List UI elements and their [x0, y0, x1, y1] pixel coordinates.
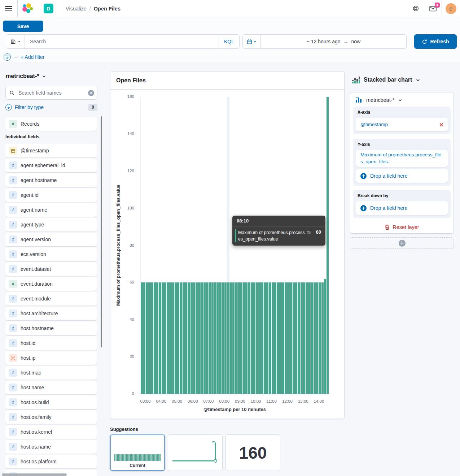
bar[interactable]	[198, 282, 200, 394]
field-item[interactable]: thost.os.build	[5, 395, 97, 409]
bar[interactable]	[146, 282, 148, 394]
bar[interactable]	[154, 282, 156, 394]
bar[interactable]	[261, 282, 263, 394]
space-switcher[interactable]: D	[38, 0, 58, 17]
remove-dimension-icon[interactable]	[439, 123, 443, 127]
saved-query-menu-button[interactable]	[6, 35, 25, 48]
bar[interactable]	[164, 282, 166, 394]
bar[interactable]	[306, 282, 308, 394]
field-item[interactable]: tagent.hostname	[5, 173, 97, 187]
bar[interactable]	[321, 282, 324, 394]
suggestion-line-chart[interactable]	[168, 434, 223, 471]
bar[interactable]	[167, 282, 169, 394]
clear-search-button[interactable]	[88, 90, 94, 96]
bar[interactable]	[177, 282, 179, 394]
bar[interactable]	[319, 282, 321, 394]
field-item[interactable]: tevent.module	[5, 292, 97, 306]
bar[interactable]	[224, 282, 227, 394]
bar[interactable]	[290, 282, 292, 394]
bar[interactable]	[196, 282, 198, 394]
bar[interactable]	[245, 282, 247, 394]
bar[interactable]	[172, 282, 174, 394]
bar[interactable]	[264, 282, 266, 394]
bar[interactable]	[227, 282, 229, 394]
field-item[interactable]: thost.architecture	[5, 307, 97, 320]
field-item[interactable]: thost.name	[5, 381, 97, 394]
bar[interactable]	[211, 282, 214, 394]
bar[interactable]	[180, 282, 182, 394]
hamburger-menu-button[interactable]	[0, 0, 17, 17]
bar[interactable]	[240, 282, 242, 394]
bar[interactable]	[232, 282, 235, 394]
bar[interactable]	[151, 282, 153, 394]
user-menu-button[interactable]: e	[442, 0, 460, 17]
bar[interactable]	[253, 282, 255, 394]
bar[interactable]	[162, 282, 164, 394]
suggestion-current[interactable]: Current	[110, 434, 165, 471]
bar[interactable]	[298, 282, 300, 394]
help-button[interactable]	[407, 0, 424, 17]
bar[interactable]	[156, 282, 158, 394]
bar[interactable]	[206, 282, 208, 394]
filter-by-type-button[interactable]: Filter by type 0	[5, 104, 97, 111]
time-from[interactable]: ~ 12 hours ago	[307, 39, 341, 44]
bar[interactable]	[219, 282, 221, 394]
filter-icon[interactable]	[4, 53, 11, 61]
bar[interactable]	[229, 282, 232, 394]
drop-field-breakdown[interactable]: Drop a field here	[356, 201, 448, 215]
chart-type-switcher[interactable]: Stacked bar chart	[352, 76, 420, 83]
add-filter-link[interactable]: + Add filter	[21, 54, 45, 60]
bar[interactable]	[324, 279, 326, 394]
x-axis-dimension[interactable]: @timestamp	[356, 118, 448, 131]
bar[interactable]	[243, 282, 245, 394]
field-item[interactable]: tagent.type	[5, 218, 97, 231]
field-item[interactable]: tagent.name	[5, 203, 97, 217]
drop-field-y-axis[interactable]: Drop a field here	[356, 169, 448, 183]
bar[interactable]	[201, 282, 203, 394]
field-item[interactable]: thost.os.name	[5, 440, 97, 454]
save-button[interactable]: Save	[3, 21, 43, 32]
bar[interactable]	[175, 282, 177, 394]
date-picker-menu-button[interactable]	[243, 35, 261, 48]
bar[interactable]	[143, 282, 145, 394]
time-range[interactable]: ~ 12 hours ago → now	[261, 35, 406, 48]
breadcrumb-visualize[interactable]: Visualize	[66, 6, 87, 12]
bar[interactable]	[188, 282, 190, 394]
bar[interactable]	[295, 282, 297, 394]
bar[interactable]	[209, 282, 211, 394]
bar[interactable]	[274, 282, 276, 394]
records-field[interactable]: # Records	[5, 117, 97, 131]
bar[interactable]	[248, 282, 250, 394]
elastic-home-button[interactable]	[18, 0, 38, 17]
time-to[interactable]: now	[351, 39, 361, 44]
bar[interactable]	[251, 282, 253, 394]
field-item[interactable]: @timestamp	[5, 144, 97, 157]
bar[interactable]	[222, 282, 224, 394]
field-item[interactable]: tagent.version	[5, 233, 97, 246]
bar[interactable]	[216, 282, 219, 394]
suggestion-metric[interactable]: 160	[225, 434, 280, 471]
field-item[interactable]: IPhost.ip	[5, 351, 97, 365]
kql-button[interactable]: KQL	[219, 35, 239, 48]
bar[interactable]	[256, 282, 258, 394]
bar[interactable]	[203, 282, 206, 394]
bar[interactable]	[190, 282, 193, 394]
bar[interactable]	[282, 282, 284, 394]
bar[interactable]	[193, 282, 195, 394]
newsfeed-button[interactable]	[424, 0, 442, 17]
add-layer-button[interactable]	[350, 237, 454, 249]
field-item[interactable]: tevent.dataset	[5, 262, 97, 276]
bar[interactable]	[159, 282, 161, 394]
bar[interactable]	[272, 282, 274, 394]
bar[interactable]	[258, 282, 260, 394]
field-item[interactable]: thost.os.family	[5, 410, 97, 424]
field-item[interactable]: tagent.ephemeral_id	[5, 159, 97, 172]
bar[interactable]	[277, 282, 279, 394]
field-item[interactable]: thost.mac	[5, 366, 97, 380]
bar[interactable]	[266, 282, 268, 394]
index-pattern-switcher[interactable]: metricbeat-*	[6, 73, 46, 79]
field-item[interactable]: thost.hostname	[5, 321, 97, 335]
bar[interactable]	[301, 282, 303, 394]
bar[interactable]	[279, 282, 281, 394]
field-item[interactable]: thost.os.kernel	[5, 425, 97, 439]
